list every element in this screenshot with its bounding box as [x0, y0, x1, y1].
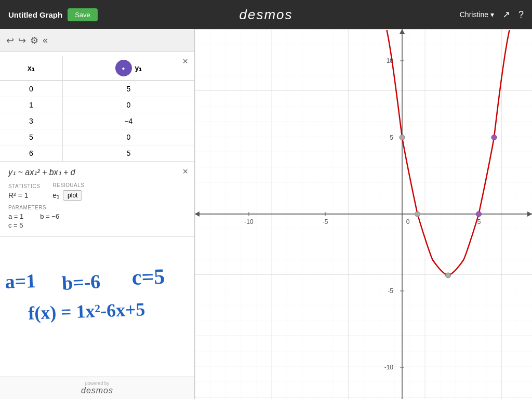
topbar-right: Christine ▾ ↗ ? — [460, 9, 524, 20]
svg-text:c=5: c=5 — [131, 264, 165, 289]
table-row[interactable]: 50 — [0, 129, 194, 145]
regression-formula: y₁ ~ ax₁² + bx₁ + d — [8, 167, 186, 177]
table-x-cell[interactable]: 5 — [0, 129, 62, 145]
table-y-cell[interactable]: 0 — [62, 129, 194, 145]
table-row[interactable]: 65 — [0, 145, 194, 162]
col1-header: x₁ — [0, 56, 62, 81]
b-value: b = −6 — [40, 212, 59, 220]
svg-text:-5: -5 — [388, 287, 393, 295]
regression-close-button[interactable]: × — [182, 166, 188, 177]
e1-label: e₁ — [52, 191, 60, 200]
table-row[interactable]: 3−4 — [0, 113, 194, 129]
r-squared-value: R² = 1 — [8, 191, 40, 200]
svg-point-26 — [446, 273, 451, 278]
a-value: a = 1 — [8, 212, 23, 220]
handwriting-area: a=1 b=-6 c=5 f(x) = 1x²-6x+5 — [0, 237, 194, 376]
table-x-cell[interactable]: 0 — [0, 81, 62, 97]
graph-area[interactable]: -10 -5 0 5 10 5 -5 -10 — [195, 29, 532, 399]
undo-button[interactable]: ↩ — [6, 35, 14, 46]
table-body: 05103−45065 — [0, 81, 194, 162]
handwriting-svg: a=1 b=-6 c=5 f(x) = 1x²-6x+5 — [0, 237, 194, 376]
svg-text:0: 0 — [406, 218, 410, 225]
col2-header: ● y₁ — [62, 56, 194, 81]
svg-point-24 — [400, 135, 405, 140]
table-y-cell[interactable]: 0 — [62, 97, 194, 113]
chevron-down-icon: ▾ — [490, 10, 494, 19]
statistics-row: STATISTICS R² = 1 RESIDUALS e₁ plot — [8, 182, 186, 201]
user-menu[interactable]: Christine ▾ — [460, 10, 494, 19]
brand-logo: desmos — [239, 7, 292, 23]
table-x-cell[interactable]: 3 — [0, 113, 62, 129]
topbar-left: Untitled Graph Save — [8, 8, 98, 21]
c-row: c = 5 — [8, 221, 186, 229]
sidebar-footer: powered by desmos — [0, 376, 194, 399]
graph-canvas: -10 -5 0 5 10 5 -5 -10 — [195, 29, 532, 399]
plot-button[interactable]: plot — [63, 190, 82, 201]
powered-by-label: powered by — [85, 381, 110, 386]
save-button[interactable]: Save — [68, 8, 98, 21]
svg-text:5: 5 — [390, 134, 393, 141]
collapse-button[interactable]: « — [43, 35, 48, 46]
svg-text:f(x) = 1x²-6x+5: f(x) = 1x²-6x+5 — [28, 299, 145, 324]
residuals-label: RESIDUALS — [52, 182, 84, 188]
col2-icon: ● — [115, 60, 132, 76]
settings-button[interactable]: ⚙ — [30, 35, 38, 46]
statistics-label: STATISTICS — [8, 183, 40, 189]
desmos-footer-logo: desmos — [81, 386, 113, 395]
share-button[interactable]: ↗ — [502, 9, 510, 20]
table-x-cell[interactable]: 1 — [0, 97, 62, 113]
sidebar-toolbar: ↩ ↪ ⚙ « — [0, 29, 194, 52]
svg-point-25 — [415, 211, 420, 217]
parameters-row: a = 1 b = −6 — [8, 212, 186, 220]
table-x-cell[interactable]: 6 — [0, 145, 62, 162]
data-table: x₁ ● y₁ 05103−45065 — [0, 56, 194, 162]
svg-text:b=-6: b=-6 — [61, 270, 101, 294]
svg-text:-5: -5 — [323, 218, 328, 225]
table-row[interactable]: 05 — [0, 81, 194, 97]
table-row[interactable]: 10 — [0, 97, 194, 113]
table-card: × x₁ ● y₁ — [0, 52, 194, 162]
redo-button[interactable]: ↪ — [18, 35, 26, 46]
regression-card: × y₁ ~ ax₁² + bx₁ + d STATISTICS R² = 1 … — [0, 162, 194, 237]
help-button[interactable]: ? — [518, 9, 524, 20]
parameters-label: PARAMETERS — [8, 205, 186, 210]
main-layout: ↩ ↪ ⚙ « × x₁ ● y₁ — [0, 29, 532, 399]
svg-text:-10: -10 — [384, 364, 394, 371]
table-y-cell[interactable]: −4 — [62, 113, 194, 129]
table-y-cell[interactable]: 5 — [62, 81, 194, 97]
topbar: Untitled Graph Save desmos Christine ▾ ↗… — [0, 0, 532, 29]
sidebar: ↩ ↪ ⚙ « × x₁ ● y₁ — [0, 29, 195, 399]
svg-point-27 — [476, 211, 482, 217]
c-value: c = 5 — [8, 221, 23, 229]
svg-point-28 — [491, 135, 497, 140]
svg-text:a=1: a=1 — [5, 270, 36, 292]
graph-title: Untitled Graph — [8, 10, 62, 19]
svg-text:-10: -10 — [244, 218, 254, 225]
table-close-button[interactable]: × — [182, 56, 188, 67]
table-y-cell[interactable]: 5 — [62, 145, 194, 162]
